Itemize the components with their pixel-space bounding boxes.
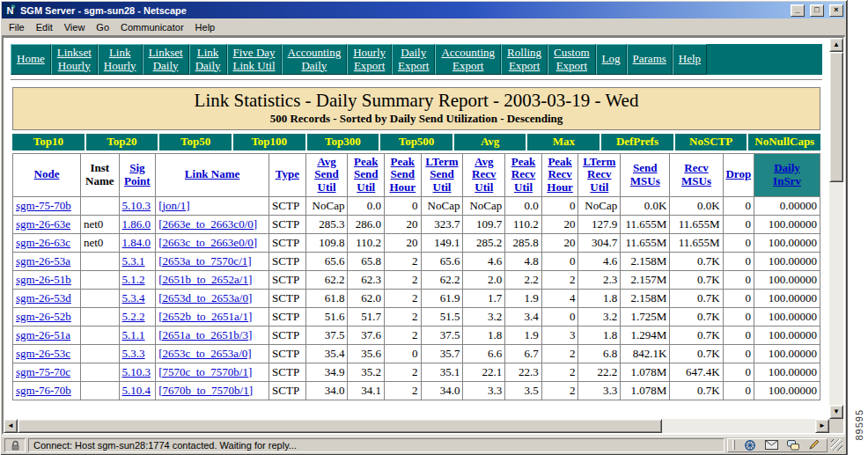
col-header-lterm-recv-util[interactable]: LTerm Recv Util: [578, 153, 621, 196]
tab-top50[interactable]: Top50: [159, 134, 232, 150]
cell-link-link-name[interactable]: [2663e_to_2663c0/0]: [158, 217, 257, 231]
tab-max[interactable]: Max: [527, 134, 600, 150]
cell-link-node[interactable]: sgm-26-53d: [16, 291, 71, 305]
cell-sig-point[interactable]: 5.1.1: [119, 326, 156, 344]
cell-node[interactable]: sgm-26-51b: [13, 270, 81, 289]
scroll-down-button[interactable]: ▼: [829, 405, 843, 419]
menu-item-edit[interactable]: Edit: [32, 19, 60, 35]
col-header-label-sig-point[interactable]: Sig Point: [124, 161, 151, 187]
cell-link-link-name[interactable]: [2652b_to_2651a/1]: [158, 310, 252, 323]
nav-link-log[interactable]: Log: [596, 44, 627, 75]
cell-sig-point[interactable]: 5.10.3: [119, 196, 156, 215]
cell-link-node[interactable]: sgm-75-70c: [16, 365, 70, 378]
cell-link-name[interactable]: [2653a_to_7570c/1]: [156, 252, 269, 270]
col-header-label-peak-recv-hour[interactable]: Peak Recv Hour: [547, 155, 573, 194]
cell-link-link-name[interactable]: [2653c_to_2653a/0]: [158, 347, 251, 360]
cell-node[interactable]: sgm-26-53a: [13, 252, 81, 270]
col-header-label-node[interactable]: Node: [34, 167, 60, 180]
col-header-recv-msus[interactable]: Recv MSUs: [670, 153, 723, 196]
cell-link-name[interactable]: [7670b_to_7570b/1]: [156, 381, 269, 400]
cell-node[interactable]: sgm-26-63c: [13, 233, 81, 252]
cell-link-name[interactable]: [jon/1]: [156, 196, 269, 215]
vertical-scrollbar[interactable]: ▲ ▼: [829, 38, 843, 419]
nav-link-link-hourly[interactable]: Link Hourly: [98, 44, 143, 75]
cell-link-node[interactable]: sgm-26-51b: [16, 273, 71, 286]
col-header-avg-send-util[interactable]: Avg Send Util: [305, 153, 348, 196]
cell-link-link-name[interactable]: [2663c_to_2663e0/0]: [158, 236, 257, 249]
col-header-node[interactable]: Node: [13, 153, 81, 196]
cell-link-node[interactable]: sgm-26-53a: [16, 254, 70, 268]
cell-link-name[interactable]: [7570c_to_7570b/1]: [156, 363, 269, 381]
menu-item-file[interactable]: File: [4, 19, 32, 35]
cell-link-link-name[interactable]: [jon/1]: [158, 199, 189, 212]
maximize-button[interactable]: □: [810, 4, 824, 17]
col-header-label-drop[interactable]: Drop: [725, 167, 751, 180]
menu-item-view[interactable]: View: [60, 19, 92, 35]
nav-link-rolling-export[interactable]: Rolling Export: [501, 44, 548, 75]
col-header-label-peak-send-hour[interactable]: Peak Send Hour: [390, 155, 416, 194]
col-header-daily-insrv[interactable]: Daily InSrv: [754, 153, 820, 196]
cell-link-sig-point[interactable]: 5.3.1: [122, 254, 145, 268]
col-header-label-lterm-recv-util[interactable]: LTerm Recv Util: [583, 155, 615, 194]
cell-sig-point[interactable]: 5.1.2: [119, 270, 156, 289]
minimize-button[interactable]: _: [791, 4, 805, 17]
cell-node[interactable]: sgm-26-53c: [13, 344, 81, 363]
cell-sig-point[interactable]: 5.2.2: [119, 307, 156, 326]
col-header-lterm-send-util[interactable]: LTerm Send Util: [421, 153, 463, 196]
col-header-drop[interactable]: Drop: [723, 153, 754, 196]
cell-link-sig-point[interactable]: 5.3.3: [122, 347, 145, 360]
cell-link-node[interactable]: sgm-26-63c: [16, 236, 70, 249]
col-header-label-peak-send-util[interactable]: Peak Send Util: [354, 155, 378, 194]
col-header-label-lterm-send-util[interactable]: LTerm Send Util: [425, 155, 458, 194]
nav-link-params[interactable]: Params: [627, 44, 673, 75]
component-bar-grip[interactable]: [732, 440, 735, 450]
cell-node[interactable]: sgm-76-70b: [13, 381, 81, 400]
nav-link-accounting-daily[interactable]: Accounting Daily: [282, 44, 348, 75]
security-indicator[interactable]: [4, 438, 26, 452]
tab-top100[interactable]: Top100: [233, 134, 305, 150]
tab-top300[interactable]: Top300: [307, 134, 379, 150]
nav-link-custom-export[interactable]: Custom Export: [548, 44, 595, 75]
col-header-peak-send-util[interactable]: Peak Send Util: [348, 153, 385, 196]
cell-node[interactable]: sgm-75-70c: [13, 363, 81, 381]
tab-nonullcaps[interactable]: NoNullCaps: [748, 134, 820, 150]
col-header-avg-recv-util[interactable]: Avg Recv Util: [463, 153, 505, 196]
composer-icon[interactable]: [808, 439, 820, 451]
cell-node[interactable]: sgm-26-63e: [13, 215, 81, 233]
cell-link-sig-point[interactable]: 5.10.4: [122, 384, 151, 397]
cell-link-name[interactable]: [2663e_to_2663c0/0]: [156, 215, 269, 233]
cell-link-link-name[interactable]: [2653d_to_2653a/0]: [158, 291, 252, 305]
close-button[interactable]: ×: [829, 4, 843, 17]
cell-node[interactable]: sgm-75-70b: [13, 196, 81, 215]
col-header-peak-send-hour[interactable]: Peak Send Hour: [385, 153, 422, 196]
cell-sig-point[interactable]: 5.10.3: [119, 363, 156, 381]
col-header-label-avg-send-util[interactable]: Avg Send Util: [314, 155, 338, 194]
scroll-right-button[interactable]: ►: [815, 419, 829, 433]
tab-top20[interactable]: Top20: [86, 134, 158, 150]
cell-link-link-name[interactable]: [7670b_to_7570b/1]: [158, 384, 253, 397]
col-header-label-peak-recv-util[interactable]: Peak Recv Util: [511, 155, 535, 194]
cell-link-sig-point[interactable]: 5.1.2: [122, 273, 145, 286]
tab-defprefs[interactable]: DefPrefs: [601, 134, 673, 150]
cell-link-sig-point[interactable]: 5.10.3: [122, 365, 151, 378]
nav-link-linkset-daily[interactable]: Linkset Daily: [143, 44, 189, 75]
col-header-type[interactable]: Type: [269, 153, 306, 196]
discussions-icon[interactable]: [787, 440, 799, 451]
col-header-link-name[interactable]: Link Name: [156, 153, 269, 196]
col-header-peak-recv-util[interactable]: Peak Recv Util: [505, 153, 542, 196]
cell-link-name[interactable]: [2652b_to_2651a/1]: [156, 307, 269, 326]
cell-link-node[interactable]: sgm-26-53c: [16, 347, 70, 360]
cell-sig-point[interactable]: 5.3.4: [119, 289, 156, 307]
col-header-label-send-msus[interactable]: Send MSUs: [630, 161, 660, 187]
cell-link-node[interactable]: sgm-26-63e: [16, 217, 70, 231]
menu-item-go[interactable]: Go: [92, 19, 116, 35]
nav-link-daily-export[interactable]: Daily Export: [392, 44, 435, 75]
cell-sig-point[interactable]: 5.3.1: [119, 252, 156, 270]
cell-link-sig-point[interactable]: 5.10.3: [122, 199, 151, 212]
col-header-label-recv-msus[interactable]: Recv MSUs: [681, 161, 711, 187]
cell-link-name[interactable]: [2663c_to_2663e0/0]: [156, 233, 269, 252]
col-header-peak-recv-hour[interactable]: Peak Recv Hour: [541, 153, 578, 196]
cell-sig-point[interactable]: 5.3.3: [119, 344, 156, 363]
horizontal-scroll-thumb[interactable]: [18, 419, 662, 433]
nav-link-linkset-hourly[interactable]: Linkset Hourly: [51, 44, 98, 75]
